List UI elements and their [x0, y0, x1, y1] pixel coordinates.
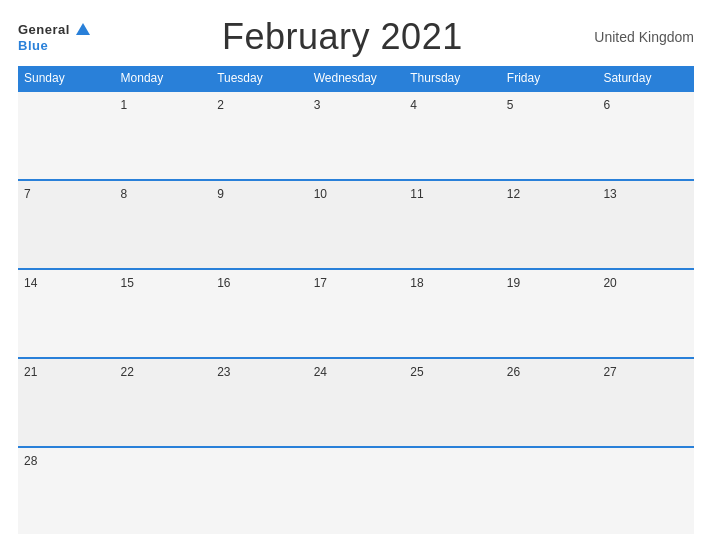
day-number: 18: [410, 276, 423, 290]
calendar-day-cell: 1: [115, 91, 212, 180]
calendar-day-cell: 20: [597, 269, 694, 358]
calendar-day-cell: 4: [404, 91, 501, 180]
calendar-day-cell: [211, 447, 308, 534]
day-number: 17: [314, 276, 327, 290]
day-number: 12: [507, 187, 520, 201]
calendar-table: SundayMondayTuesdayWednesdayThursdayFrid…: [18, 66, 694, 534]
calendar-day-cell: 23: [211, 358, 308, 447]
calendar-day-cell: 11: [404, 180, 501, 269]
calendar-day-cell: 25: [404, 358, 501, 447]
calendar-day-cell: 26: [501, 358, 598, 447]
calendar-day-cell: 15: [115, 269, 212, 358]
day-number: 13: [603, 187, 616, 201]
calendar-day-cell: 21: [18, 358, 115, 447]
calendar-week-row: 14151617181920: [18, 269, 694, 358]
logo-general-line: General: [18, 21, 90, 37]
day-number: 1: [121, 98, 128, 112]
calendar-day-cell: 7: [18, 180, 115, 269]
day-number: 7: [24, 187, 31, 201]
days-of-week-row: SundayMondayTuesdayWednesdayThursdayFrid…: [18, 66, 694, 91]
day-of-week-header: Sunday: [18, 66, 115, 91]
day-number: 25: [410, 365, 423, 379]
calendar-day-cell: 8: [115, 180, 212, 269]
calendar-day-cell: 17: [308, 269, 405, 358]
calendar-body: 1234567891011121314151617181920212223242…: [18, 91, 694, 534]
day-number: 27: [603, 365, 616, 379]
calendar-day-cell: [501, 447, 598, 534]
calendar-day-cell: 13: [597, 180, 694, 269]
day-number: 6: [603, 98, 610, 112]
day-number: 26: [507, 365, 520, 379]
logo-blue-text: Blue: [18, 38, 48, 53]
calendar-day-cell: 27: [597, 358, 694, 447]
calendar-day-cell: 2: [211, 91, 308, 180]
calendar-day-cell: 24: [308, 358, 405, 447]
day-number: 2: [217, 98, 224, 112]
calendar-header-row: SundayMondayTuesdayWednesdayThursdayFrid…: [18, 66, 694, 91]
calendar-week-row: 21222324252627: [18, 358, 694, 447]
day-number: 11: [410, 187, 423, 201]
calendar-day-cell: 22: [115, 358, 212, 447]
calendar-day-cell: 9: [211, 180, 308, 269]
day-number: 16: [217, 276, 230, 290]
logo: General Blue: [18, 21, 90, 53]
day-number: 15: [121, 276, 134, 290]
month-title: February 2021: [222, 16, 463, 58]
day-number: 28: [24, 454, 37, 468]
calendar-day-cell: [404, 447, 501, 534]
calendar-day-cell: 12: [501, 180, 598, 269]
day-of-week-header: Tuesday: [211, 66, 308, 91]
logo-general-text: General: [18, 22, 70, 37]
day-number: 3: [314, 98, 321, 112]
day-number: 5: [507, 98, 514, 112]
logo-triangle-icon: [76, 23, 90, 35]
calendar-day-cell: [18, 91, 115, 180]
calendar-day-cell: 10: [308, 180, 405, 269]
calendar-day-cell: 18: [404, 269, 501, 358]
calendar-day-cell: [597, 447, 694, 534]
calendar-week-row: 78910111213: [18, 180, 694, 269]
day-of-week-header: Monday: [115, 66, 212, 91]
calendar-week-row: 123456: [18, 91, 694, 180]
day-number: 4: [410, 98, 417, 112]
day-of-week-header: Wednesday: [308, 66, 405, 91]
day-number: 10: [314, 187, 327, 201]
calendar-day-cell: 5: [501, 91, 598, 180]
day-number: 19: [507, 276, 520, 290]
calendar-day-cell: 3: [308, 91, 405, 180]
calendar-header: General Blue February 2021 United Kingdo…: [18, 16, 694, 58]
calendar-day-cell: 19: [501, 269, 598, 358]
day-of-week-header: Saturday: [597, 66, 694, 91]
calendar-day-cell: 6: [597, 91, 694, 180]
day-of-week-header: Friday: [501, 66, 598, 91]
day-number: 20: [603, 276, 616, 290]
calendar-day-cell: 16: [211, 269, 308, 358]
calendar-day-cell: 28: [18, 447, 115, 534]
day-number: 8: [121, 187, 128, 201]
day-number: 24: [314, 365, 327, 379]
calendar-day-cell: 14: [18, 269, 115, 358]
day-number: 23: [217, 365, 230, 379]
country-label: United Kingdom: [594, 29, 694, 45]
calendar-day-cell: [308, 447, 405, 534]
calendar-day-cell: [115, 447, 212, 534]
day-number: 9: [217, 187, 224, 201]
day-number: 14: [24, 276, 37, 290]
day-number: 21: [24, 365, 37, 379]
calendar-week-row: 28: [18, 447, 694, 534]
day-number: 22: [121, 365, 134, 379]
day-of-week-header: Thursday: [404, 66, 501, 91]
